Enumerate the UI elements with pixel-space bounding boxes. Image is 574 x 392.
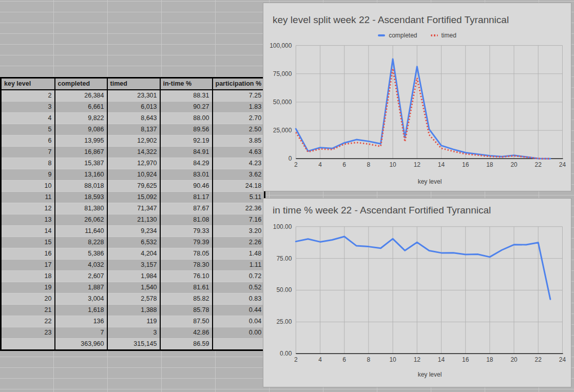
cell[interactable]: 7 xyxy=(1,147,55,158)
cell[interactable]: 4,204 xyxy=(107,248,160,260)
cell[interactable]: 90.27 xyxy=(160,102,213,113)
cell[interactable]: 16 xyxy=(1,248,55,260)
cell[interactable]: 363,960 xyxy=(55,339,107,350)
cell[interactable]: 81.08 xyxy=(160,214,213,226)
cell[interactable]: 6,013 xyxy=(107,102,160,113)
cell[interactable]: 19 xyxy=(1,282,55,293)
cell[interactable]: 6,532 xyxy=(107,237,160,248)
chart-panel-in-time-pct[interactable]: 246810121416182022240.0025.0050.0075.001… xyxy=(263,198,571,387)
column-header[interactable]: completed xyxy=(55,78,107,90)
cell[interactable]: 2.70 xyxy=(213,113,265,124)
cell[interactable]: 71,347 xyxy=(107,203,160,214)
cell[interactable]: 10,924 xyxy=(107,169,160,181)
cell[interactable]: 0.00 xyxy=(213,327,265,339)
cell[interactable]: 14,322 xyxy=(107,147,160,158)
cell[interactable]: 90.46 xyxy=(160,181,213,192)
cell[interactable]: 15 xyxy=(1,237,55,248)
cell[interactable]: 15,092 xyxy=(107,192,160,203)
cell[interactable]: 1,388 xyxy=(107,305,160,316)
cell[interactable]: 85.82 xyxy=(160,293,213,305)
cell[interactable]: 79.39 xyxy=(160,237,213,248)
cell[interactable]: 92.19 xyxy=(160,135,213,147)
cell[interactable]: 0.52 xyxy=(213,282,265,293)
cell[interactable]: 4.63 xyxy=(213,147,265,158)
cell[interactable]: 5 xyxy=(1,124,55,135)
cell[interactable]: 9,234 xyxy=(107,226,160,237)
cell[interactable]: 12 xyxy=(1,203,55,214)
cell[interactable]: 0.04 xyxy=(213,316,265,327)
cell[interactable]: 12,902 xyxy=(107,135,160,147)
cell[interactable]: 21 xyxy=(1,305,55,316)
cell[interactable]: 8,643 xyxy=(107,113,160,124)
column-header[interactable]: participation % xyxy=(213,78,265,90)
cell[interactable]: 88.00 xyxy=(160,113,213,124)
cell[interactable]: 18,593 xyxy=(55,192,107,203)
cell[interactable]: 7 xyxy=(55,327,107,339)
cell[interactable]: 4.23 xyxy=(213,158,265,169)
cell[interactable]: 119 xyxy=(107,316,160,327)
cell[interactable]: 7.16 xyxy=(213,214,265,226)
cell[interactable]: 2.50 xyxy=(213,124,265,135)
cell[interactable]: 3.20 xyxy=(213,226,265,237)
cell[interactable]: 0.44 xyxy=(213,305,265,316)
cell[interactable]: 2 xyxy=(1,90,55,102)
cell[interactable]: 88,018 xyxy=(55,181,107,192)
cell[interactable] xyxy=(213,339,265,350)
cell[interactable]: 81,380 xyxy=(55,203,107,214)
cell[interactable]: 17 xyxy=(1,260,55,271)
cell[interactable]: 3.85 xyxy=(213,135,265,147)
cell[interactable]: 315,145 xyxy=(107,339,160,350)
cell[interactable]: 1,618 xyxy=(55,305,107,316)
cell[interactable]: 10 xyxy=(1,181,55,192)
cell[interactable]: 8,137 xyxy=(107,124,160,135)
column-header[interactable]: in-time % xyxy=(160,78,213,90)
column-header[interactable]: key level xyxy=(1,78,55,90)
cell[interactable]: 20 xyxy=(1,293,55,305)
cell[interactable]: 86.59 xyxy=(160,339,213,350)
cell[interactable]: 22.36 xyxy=(213,203,265,214)
cell[interactable]: 76.10 xyxy=(160,271,213,282)
cell[interactable]: 23,301 xyxy=(107,90,160,102)
cell[interactable]: 3,004 xyxy=(55,293,107,305)
cell[interactable]: 3 xyxy=(1,102,55,113)
cell[interactable]: 136 xyxy=(55,316,107,327)
cell[interactable]: 26,062 xyxy=(55,214,107,226)
cell[interactable]: 12,970 xyxy=(107,158,160,169)
cell[interactable]: 2,607 xyxy=(55,271,107,282)
cell[interactable]: 81.61 xyxy=(160,282,213,293)
column-header[interactable]: timed xyxy=(107,78,160,90)
cell[interactable]: 9,086 xyxy=(55,124,107,135)
cell[interactable]: 1,984 xyxy=(107,271,160,282)
cell[interactable]: 89.56 xyxy=(160,124,213,135)
cell[interactable]: 2,578 xyxy=(107,293,160,305)
cell[interactable]: 9,822 xyxy=(55,113,107,124)
cell[interactable]: 85.78 xyxy=(160,305,213,316)
cell[interactable]: 87.50 xyxy=(160,316,213,327)
cell[interactable]: 5,386 xyxy=(55,248,107,260)
cell[interactable]: 0.72 xyxy=(213,271,265,282)
cell[interactable]: 21,130 xyxy=(107,214,160,226)
cell[interactable]: 4 xyxy=(1,113,55,124)
cell[interactable]: 0.83 xyxy=(213,293,265,305)
cell[interactable]: 3,157 xyxy=(107,260,160,271)
cell[interactable]: 84.91 xyxy=(160,147,213,158)
cell[interactable]: 1,887 xyxy=(55,282,107,293)
cell[interactable]: 78.05 xyxy=(160,248,213,260)
cell[interactable]: 26,384 xyxy=(55,90,107,102)
cell[interactable]: 13 xyxy=(1,214,55,226)
cell[interactable]: 14 xyxy=(1,226,55,237)
cell[interactable]: 3 xyxy=(107,327,160,339)
cell[interactable]: 1.48 xyxy=(213,248,265,260)
cell[interactable]: 2.26 xyxy=(213,237,265,248)
cell[interactable]: 1,540 xyxy=(107,282,160,293)
cell[interactable]: 79,625 xyxy=(107,181,160,192)
cell[interactable]: 16,867 xyxy=(55,147,107,158)
cell[interactable]: 6 xyxy=(1,135,55,147)
chart-panel-key-level-split[interactable]: 24681012141618202224025,00050,00075,0001… xyxy=(263,3,571,191)
cell[interactable]: 15,387 xyxy=(55,158,107,169)
cell[interactable]: 84.29 xyxy=(160,158,213,169)
cell[interactable]: 81.17 xyxy=(160,192,213,203)
cell[interactable] xyxy=(1,339,55,350)
cell[interactable]: 11 xyxy=(1,192,55,203)
cell[interactable]: 78.30 xyxy=(160,260,213,271)
